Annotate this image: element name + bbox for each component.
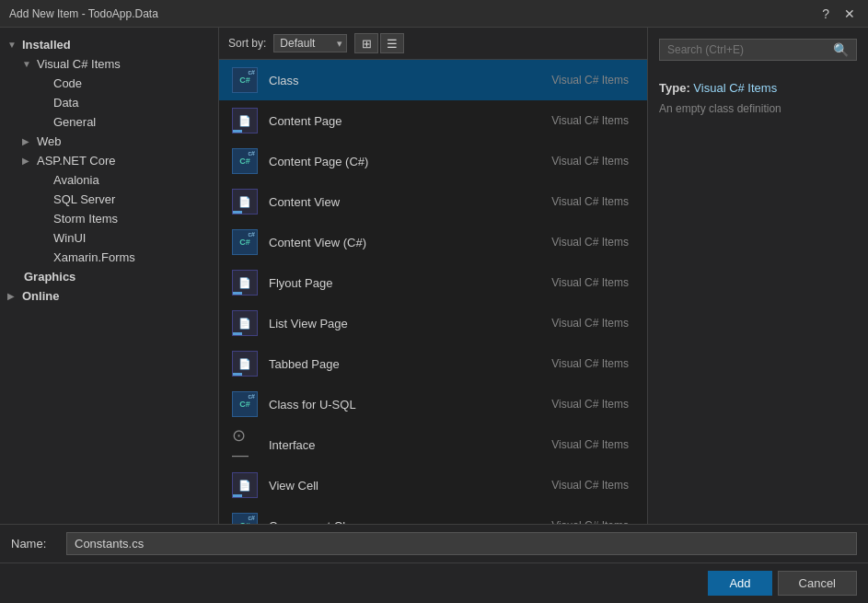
sidebar-item-label: Visual C# Items bbox=[37, 57, 121, 71]
sidebar-item-label: Online bbox=[22, 289, 59, 303]
sidebar-item-label: Code bbox=[53, 76, 82, 90]
list-view-button[interactable]: ☰ bbox=[380, 33, 404, 53]
sort-label: Sort by: bbox=[228, 37, 266, 50]
sidebar-item-label: Graphics bbox=[24, 270, 75, 284]
help-button[interactable]: ? bbox=[818, 6, 833, 21]
title-controls: ? ✕ bbox=[818, 6, 859, 21]
sidebar-item-label: Xamarin.Forms bbox=[53, 250, 135, 264]
name-label: Name: bbox=[11, 537, 57, 551]
toolbar: Sort by: Default ⊞ ☰ bbox=[219, 28, 647, 60]
sidebar-item-aspnet-core[interactable]: ▶ASP.NET Core bbox=[0, 151, 218, 170]
item-name: Flyout Page bbox=[269, 276, 551, 290]
item-category: Visual C# Items bbox=[551, 114, 629, 127]
sidebar-item-code[interactable]: Code bbox=[0, 74, 218, 93]
item-icon-content-view-cs: C# c# bbox=[230, 227, 260, 257]
list-item[interactable]: 📄 Tabbed PageVisual C# Items bbox=[219, 343, 647, 384]
arrow-icon: ▼ bbox=[7, 40, 18, 50]
list-item[interactable]: C# c# Class for U-SQLVisual C# Items bbox=[219, 384, 647, 424]
item-icon-content-page-cs: C# c# bbox=[230, 146, 260, 176]
item-name: View Cell bbox=[269, 479, 551, 493]
list-item[interactable]: 📄 View CellVisual C# Items bbox=[219, 465, 647, 505]
view-buttons: ⊞ ☰ bbox=[354, 33, 404, 53]
sidebar-item-data[interactable]: Data bbox=[0, 93, 218, 112]
description: An empty class definition bbox=[659, 102, 857, 115]
sidebar-item-visual-csharp[interactable]: ▼Visual C# Items bbox=[0, 54, 218, 74]
sidebar-item-xamarin-forms[interactable]: Xamarin.Forms bbox=[0, 248, 218, 267]
sidebar-item-general[interactable]: General bbox=[0, 112, 218, 132]
list-item[interactable]: ⊙— InterfaceVisual C# Items bbox=[219, 424, 647, 465]
name-input[interactable] bbox=[66, 532, 857, 555]
item-icon-content-page: 📄 bbox=[230, 106, 260, 135]
arrow-icon: ▶ bbox=[7, 291, 18, 301]
search-icon: 🔍 bbox=[833, 42, 849, 57]
action-buttons: Add Cancel bbox=[0, 562, 868, 603]
bottom-bar: Name: bbox=[0, 524, 868, 562]
sidebar-item-label: ASP.NET Core bbox=[37, 154, 116, 168]
item-icon-class: C# c# bbox=[230, 65, 260, 95]
sidebar-item-online[interactable]: ▶Online bbox=[0, 286, 218, 306]
item-name: Content View bbox=[269, 195, 551, 209]
item-category: Visual C# Items bbox=[551, 74, 629, 87]
add-button[interactable]: Add bbox=[708, 571, 771, 596]
item-category: Visual C# Items bbox=[551, 317, 629, 330]
item-category: Visual C# Items bbox=[551, 479, 629, 492]
item-category: Visual C# Items bbox=[551, 398, 629, 411]
type-label: Type: Visual C# Items bbox=[659, 81, 857, 95]
item-category: Visual C# Items bbox=[551, 236, 629, 249]
sidebar-item-winui[interactable]: WinUI bbox=[0, 228, 218, 248]
cancel-button[interactable]: Cancel bbox=[778, 571, 857, 596]
item-category: Visual C# Items bbox=[551, 357, 629, 370]
close-button[interactable]: ✕ bbox=[840, 6, 859, 21]
item-icon-class-usql: C# c# bbox=[230, 389, 260, 419]
right-panel: 🔍 Type: Visual C# Items An empty class d… bbox=[647, 28, 868, 524]
dialog-title: Add New Item - TodoApp.Data bbox=[9, 7, 158, 20]
sidebar-item-graphics[interactable]: Graphics bbox=[0, 267, 218, 286]
sidebar-item-label: Installed bbox=[22, 38, 71, 52]
item-name: Class bbox=[269, 74, 551, 87]
sort-select[interactable]: Default bbox=[273, 34, 347, 52]
sidebar-item-avalonia[interactable]: Avalonia bbox=[0, 170, 218, 190]
sidebar-item-label: WinUI bbox=[53, 231, 86, 245]
dialog-body: ▼Installed▼Visual C# ItemsCodeDataGenera… bbox=[0, 28, 868, 603]
item-icon-flyout-page: 📄 bbox=[230, 268, 260, 297]
sidebar-item-label: General bbox=[53, 115, 96, 129]
list-item[interactable]: 📄 Flyout PageVisual C# Items bbox=[219, 262, 647, 303]
type-value: Visual C# Items bbox=[693, 81, 777, 95]
item-name: Content View (C#) bbox=[269, 236, 551, 249]
middle-panel: Sort by: Default ⊞ ☰ C# c# ClassVisual C… bbox=[219, 28, 647, 524]
item-icon-view-cell: 📄 bbox=[230, 470, 260, 500]
list-item[interactable]: 📄 Content ViewVisual C# Items bbox=[219, 181, 647, 222]
search-bar: 🔍 bbox=[659, 39, 857, 61]
items-list: C# c# ClassVisual C# Items 📄 Content Pag… bbox=[219, 60, 647, 524]
list-item[interactable]: C# c# ClassVisual C# Items bbox=[219, 60, 647, 100]
item-name: Interface bbox=[269, 438, 551, 452]
item-name: List View Page bbox=[269, 317, 551, 330]
list-item[interactable]: 📄 List View PageVisual C# Items bbox=[219, 303, 647, 343]
item-name: Tabbed Page bbox=[269, 357, 551, 371]
item-category: Visual C# Items bbox=[551, 438, 629, 451]
sidebar-item-label: Storm Items bbox=[53, 212, 118, 226]
sidebar-item-label: Avalonia bbox=[53, 173, 99, 187]
arrow-icon: ▶ bbox=[22, 136, 33, 146]
sidebar-item-label: Web bbox=[37, 134, 62, 148]
item-icon-content-view: 📄 bbox=[230, 187, 260, 216]
list-item[interactable]: C# c# Component ClassVisual C# Items bbox=[219, 505, 647, 524]
list-item[interactable]: 📄 Content PageVisual C# Items bbox=[219, 100, 647, 141]
item-category: Visual C# Items bbox=[551, 276, 629, 289]
sidebar-item-installed[interactable]: ▼Installed bbox=[0, 35, 218, 54]
arrow-icon: ▼ bbox=[22, 59, 33, 69]
item-name: Content Page bbox=[269, 114, 551, 128]
search-input[interactable] bbox=[667, 43, 833, 56]
left-panel: ▼Installed▼Visual C# ItemsCodeDataGenera… bbox=[0, 28, 219, 524]
item-name: Class for U-SQL bbox=[269, 398, 551, 412]
grid-view-button[interactable]: ⊞ bbox=[354, 33, 378, 53]
list-item[interactable]: C# c# Content Page (C#)Visual C# Items bbox=[219, 141, 647, 181]
sidebar-item-storm-items[interactable]: Storm Items bbox=[0, 209, 218, 228]
arrow-icon: ▶ bbox=[22, 156, 33, 166]
list-item[interactable]: C# c# Content View (C#)Visual C# Items bbox=[219, 222, 647, 262]
dialog-content: ▼Installed▼Visual C# ItemsCodeDataGenera… bbox=[0, 28, 868, 524]
sidebar-item-sql-server[interactable]: SQL Server bbox=[0, 190, 218, 209]
item-icon-component-class: C# c# bbox=[230, 511, 260, 524]
sidebar-item-web[interactable]: ▶Web bbox=[0, 132, 218, 151]
item-name: Content Page (C#) bbox=[269, 155, 551, 168]
